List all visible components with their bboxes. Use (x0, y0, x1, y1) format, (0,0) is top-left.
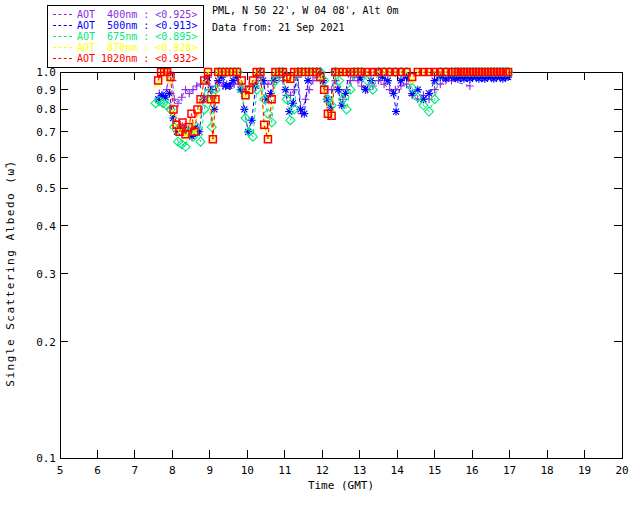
y-tick-label: 0.8 (36, 103, 56, 116)
x-tick-label: 11 (278, 464, 291, 477)
y-tick-label: 0.9 (36, 84, 56, 97)
x-tick-label: 18 (540, 464, 553, 477)
legend-line-sample (53, 36, 72, 37)
y-axis-title: Single Scattering Albedo (ω̃) (4, 159, 17, 386)
axes (60, 72, 622, 458)
y-tick-label: 0.6 (36, 152, 56, 165)
legend-item-aot-1020nm: AOT 1020nm : <0.932> (53, 53, 197, 64)
x-tick-label: 19 (578, 464, 591, 477)
y-tick-label: 0.3 (36, 268, 56, 281)
x-axis-ticks: 567891011121314151617181920 (57, 72, 629, 477)
legend-item-aot-400nm: AOT 400nm : <0.925> (53, 9, 197, 20)
x-axis-title: Time (GMT) (308, 479, 374, 492)
station-location: PML, N 50 22', W 04 08', Alt 0m (212, 5, 399, 17)
legend-label: AOT 500nm : <0.913> (77, 20, 197, 31)
x-tick-label: 14 (391, 464, 405, 477)
legend-label: AOT 400nm : <0.925> (77, 9, 197, 20)
x-tick-label: 15 (428, 464, 441, 477)
station-header: PML, N 50 22', W 04 08', Alt 0m Data fro… (212, 5, 399, 34)
legend-item-aot-675nm: AOT 675nm : <0.895> (53, 31, 197, 42)
x-tick-label: 7 (132, 464, 139, 477)
x-tick-label: 10 (241, 464, 254, 477)
legend: AOT 400nm : <0.925>AOT 500nm : <0.913>AO… (47, 5, 204, 68)
legend-label: AOT 870nm : <0.928> (77, 42, 197, 53)
y-tick-label: 0.4 (36, 220, 56, 233)
legend-line-sample (53, 25, 72, 26)
x-tick-label: 8 (169, 464, 176, 477)
legend-line-sample (53, 47, 72, 48)
x-tick-label: 17 (503, 464, 516, 477)
ssa-time-chart: 5678910111213141516171819201.00.90.80.70… (0, 0, 640, 512)
x-tick-label: 5 (57, 464, 64, 477)
legend-line-sample (53, 14, 72, 15)
x-tick-label: 13 (353, 464, 366, 477)
y-tick-label: 0.7 (36, 126, 56, 139)
legend-item-aot-870nm: AOT 870nm : <0.928> (53, 42, 197, 53)
legend-label: AOT 1020nm : <0.932> (77, 53, 197, 64)
x-tick-label: 16 (466, 464, 479, 477)
y-tick-label: 0.1 (36, 452, 56, 465)
x-tick-label: 20 (615, 464, 628, 477)
legend-item-aot-500nm: AOT 500nm : <0.913> (53, 20, 197, 31)
plot-window: AOT 400nm : <0.925>AOT 500nm : <0.913>AO… (0, 0, 640, 512)
legend-line-sample (53, 58, 72, 59)
y-axis-ticks: 1.00.90.80.70.60.50.40.30.20.1 (36, 66, 622, 465)
x-tick-label: 9 (207, 464, 214, 477)
x-tick-label: 6 (94, 464, 101, 477)
x-tick-label: 12 (316, 464, 329, 477)
data-date: Data from: 21 Sep 2021 (212, 22, 399, 34)
y-tick-label: 0.5 (36, 182, 56, 195)
legend-label: AOT 675nm : <0.895> (77, 31, 197, 42)
y-tick-label: 0.2 (36, 336, 56, 349)
